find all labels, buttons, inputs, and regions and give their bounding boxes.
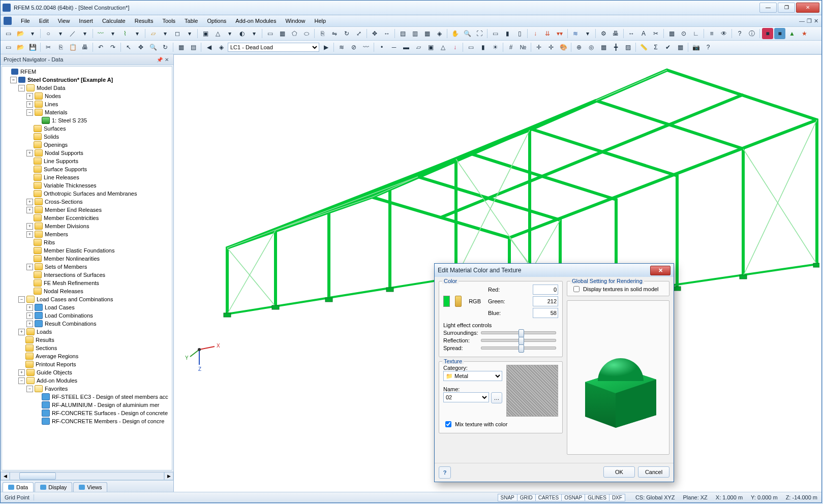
save-icon[interactable]: 💾 [27, 42, 38, 53]
drop-icon[interactable]: ▾ [27, 28, 38, 39]
maximize-button[interactable]: ❐ [778, 3, 795, 13]
tree-nodal-releases[interactable]: Nodal Releases [44, 287, 83, 295]
green-input[interactable] [533, 296, 558, 306]
menu-insert[interactable]: Insert [75, 17, 97, 25]
select-lasso-icon[interactable]: ⬭ [301, 28, 312, 39]
addon1-icon[interactable]: ■ [762, 28, 773, 39]
surface-icon[interactable]: ▱ [147, 28, 159, 39]
loadcase-next-icon[interactable]: ▶ [320, 42, 331, 53]
texture-picker-button[interactable] [455, 296, 462, 307]
addon4-icon[interactable]: ★ [799, 28, 810, 39]
screenshot-icon[interactable]: 📷 [690, 42, 702, 53]
shaded-edges-icon[interactable]: ▯ [514, 28, 525, 39]
results-icon[interactable]: ≋ [570, 28, 581, 39]
loadcase-prev-icon[interactable]: ◀ [203, 42, 215, 53]
menu-options[interactable]: Options [203, 17, 230, 25]
menu-addon-modules[interactable]: Add-on Modules [231, 17, 280, 25]
tree-material-1[interactable]: 1: Steel S 235 [52, 116, 87, 124]
tree-fav1[interactable]: RF-STEEL EC3 - Design of steel members a… [52, 393, 168, 401]
load-line-icon[interactable]: ⇊ [542, 28, 553, 39]
tree-cross-sections[interactable]: Cross-Sections [45, 198, 83, 206]
new-icon[interactable]: ▭ [3, 28, 14, 39]
local-axes-icon[interactable]: ✢ [545, 42, 557, 53]
tree-nodes[interactable]: Nodes [45, 92, 61, 100]
show-nodes-icon[interactable]: • [376, 42, 387, 53]
show-solids-icon[interactable]: ▣ [425, 42, 436, 53]
render-solid-icon[interactable]: ▮ [477, 42, 489, 53]
addon2-icon[interactable]: ■ [774, 28, 785, 39]
snap-toggle-dxf[interactable]: DXF [609, 494, 625, 501]
show-supports-icon[interactable]: △ [437, 42, 448, 53]
category-combo[interactable]: 📁 Metal [443, 371, 502, 381]
tree-lines[interactable]: Lines [45, 100, 58, 108]
blue-input[interactable] [533, 308, 558, 318]
copy2-icon[interactable]: ⎘ [55, 42, 66, 53]
tables-icon[interactable]: ▦ [175, 42, 187, 53]
tree-member-div[interactable]: Member Divisions [45, 222, 89, 230]
mdi-minimize-icon[interactable]: — [799, 18, 805, 24]
navigator-hscroll[interactable]: ◀ ▶ [1, 471, 173, 480]
global-axes-icon[interactable]: ✛ [533, 42, 544, 53]
measure-icon[interactable]: 📏 [638, 42, 649, 53]
open-icon[interactable]: 📂 [15, 28, 26, 39]
menu-tools[interactable]: Tools [158, 17, 179, 25]
tree-materials[interactable]: Materials [45, 108, 68, 116]
tree-load-comb[interactable]: Load Combinations [45, 311, 93, 320]
extend-icon[interactable]: ↔ [381, 28, 392, 39]
tree-fe-mesh[interactable]: FE Mesh Refinements [44, 279, 99, 287]
tree-results[interactable]: Results [36, 336, 54, 344]
check-icon[interactable]: ✔ [662, 42, 674, 53]
tree-loads[interactable]: Loads [37, 328, 52, 336]
tree-fav3[interactable]: RF-CONCRETE Surfaces - Design of concret… [52, 409, 168, 417]
menu-edit[interactable]: Edit [35, 17, 53, 25]
results-on-icon[interactable]: ≋ [336, 42, 347, 53]
loadcase-icon[interactable]: ◈ [216, 42, 227, 53]
number-lines-icon[interactable]: № [517, 42, 529, 53]
mdi-restore-icon[interactable]: ❐ [807, 18, 812, 24]
red-input[interactable] [533, 285, 558, 295]
nav-tab-views[interactable]: Views [73, 482, 107, 492]
menu-file[interactable]: File [17, 17, 34, 25]
show-surfaces-icon[interactable]: ▱ [413, 42, 424, 53]
tree-ortho[interactable]: Orthotropic Surfaces and Membranes [44, 190, 137, 198]
reflection-slider[interactable] [481, 339, 556, 342]
fe-mesh-icon[interactable]: ▦ [675, 42, 686, 53]
navigator-icon[interactable]: ▤ [188, 42, 199, 53]
zoom-icon[interactable]: 🔍 [462, 28, 473, 39]
grid2-icon[interactable]: ▦ [598, 42, 609, 53]
dialog-close-button[interactable]: ✕ [650, 266, 670, 275]
tree-guide[interactable]: Guide Objects [37, 368, 72, 376]
select-poly-icon[interactable]: ⬠ [289, 28, 300, 39]
show-loads-icon[interactable]: ↓ [449, 42, 461, 53]
wireframe-icon[interactable]: ▭ [490, 28, 501, 39]
pointer-icon[interactable]: ↖ [123, 42, 134, 53]
tree-project[interactable]: Steel Construction* [Example A] [27, 76, 113, 84]
deform-icon[interactable]: 〰 [360, 42, 372, 53]
lighting-icon[interactable]: ☀ [490, 42, 501, 53]
snap-toggle-grid[interactable]: GRID [517, 494, 536, 501]
redo-icon[interactable]: ↷ [107, 42, 118, 53]
tree-line-releases[interactable]: Line Releases [44, 173, 79, 181]
tree-solids[interactable]: Solids [44, 133, 59, 141]
background-icon[interactable]: ▨ [622, 42, 633, 53]
info-icon[interactable]: ⓘ [746, 28, 757, 39]
move2-icon[interactable]: ✥ [135, 42, 146, 53]
hinge-icon[interactable]: ◐ [236, 28, 248, 39]
tree-elastic-found[interactable]: Member Elastic Foundations [44, 246, 114, 255]
show-members-icon[interactable]: ▬ [401, 42, 412, 53]
color-swatch[interactable] [443, 296, 450, 307]
surroundings-slider[interactable] [481, 331, 556, 334]
drop-icon[interactable]: ▾ [160, 28, 171, 39]
solid-icon[interactable]: ▣ [200, 28, 211, 39]
open-model-icon[interactable]: 📂 [15, 42, 26, 53]
paste-icon[interactable]: 📋 [67, 42, 78, 53]
move-icon[interactable]: ✥ [369, 28, 380, 39]
scroll-right-icon[interactable]: ▶ [164, 472, 173, 480]
tree-nodal-supports[interactable]: Nodal Supports [45, 149, 83, 157]
print2-icon[interactable]: 🖶 [79, 42, 90, 53]
undo-icon[interactable]: ↶ [95, 42, 106, 53]
menu-results[interactable]: Results [131, 17, 158, 25]
mdi-close-icon[interactable]: ✕ [814, 18, 818, 24]
support-icon[interactable]: △ [212, 28, 223, 39]
loadcase-combo[interactable]: LC1 - Dead Load [228, 43, 319, 52]
